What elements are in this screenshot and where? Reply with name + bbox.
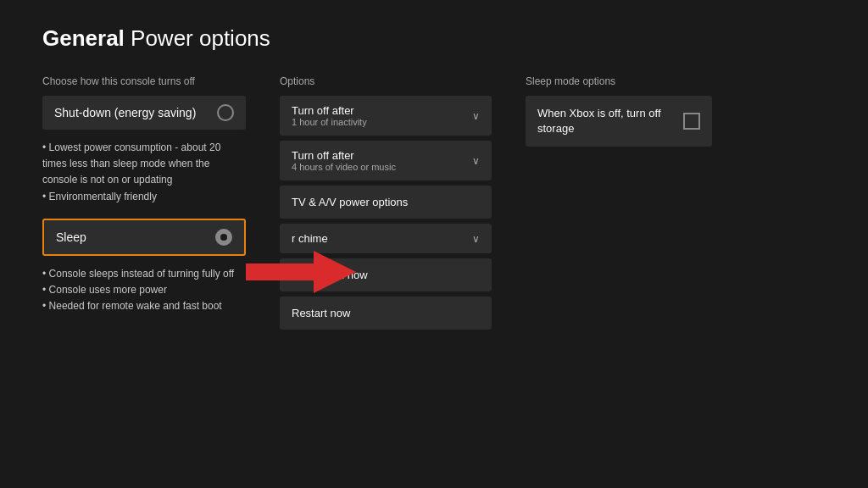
tv-av-power-options-button[interactable]: TV & A/V power options <box>280 186 492 219</box>
left-section-label: Choose how this console turns off <box>42 75 246 87</box>
page-title: General Power options <box>42 25 826 52</box>
restart-now-label: Restart now <box>292 307 350 319</box>
chime-label: r chime <box>292 232 328 245</box>
turn-off-after-video-dropdown[interactable]: Turn off after 4 hours of video or music… <box>280 141 492 180</box>
shutdown-option-button[interactable]: Shut-down (energy saving) <box>42 96 246 130</box>
shutdown-radio <box>217 104 234 121</box>
sleep-radio <box>215 229 232 246</box>
dropdown1-arrow-icon: ∨ <box>472 110 480 122</box>
right-column: Sleep mode options When Xbox is off, tur… <box>526 75 712 147</box>
dropdown1-sub: 1 hour of inactivity <box>292 117 367 127</box>
turn-off-storage-option[interactable]: When Xbox is off, turn off storage <box>526 96 712 147</box>
tv-av-label: TV & A/V power options <box>292 196 408 208</box>
dropdown1-main: Turn off after <box>292 104 367 117</box>
shutdown-description: • Lowest power consumption - about 20 ti… <box>42 140 246 205</box>
dropdown2-main: Turn off after <box>292 149 396 162</box>
right-section-label: Sleep mode options <box>526 75 712 87</box>
dropdown2-arrow-icon: ∨ <box>472 155 480 167</box>
shutdown-option-label: Shut-down (energy saving) <box>54 106 196 119</box>
shutdown-now-button[interactable]: Shut-down now <box>280 258 492 291</box>
page: General Power options Choose how this co… <box>0 0 868 488</box>
turn-off-storage-label: When Xbox is off, turn off storage <box>537 106 675 136</box>
chime-dropdown[interactable]: r chime ∨ <box>280 224 492 253</box>
left-column: Choose how this console turns off Shut-d… <box>42 75 246 328</box>
middle-section-label: Options <box>280 75 492 87</box>
content-area: Choose how this console turns off Shut-d… <box>42 75 826 335</box>
sleep-option-button[interactable]: Sleep <box>42 219 246 256</box>
sleep-description: • Console sleeps instead of turning full… <box>42 266 246 315</box>
chime-arrow-icon: ∨ <box>472 233 480 245</box>
shutdown-now-label: Shut-down now <box>292 269 368 281</box>
dropdown2-sub: 4 hours of video or music <box>292 162 396 172</box>
middle-column: Options Turn off after 1 hour of inactiv… <box>280 75 492 335</box>
turn-off-storage-checkbox[interactable] <box>683 113 700 130</box>
turn-off-after-inactivity-dropdown[interactable]: Turn off after 1 hour of inactivity ∨ <box>280 96 492 136</box>
sleep-option-label: Sleep <box>56 230 86 244</box>
restart-now-button[interactable]: Restart now <box>280 297 492 330</box>
